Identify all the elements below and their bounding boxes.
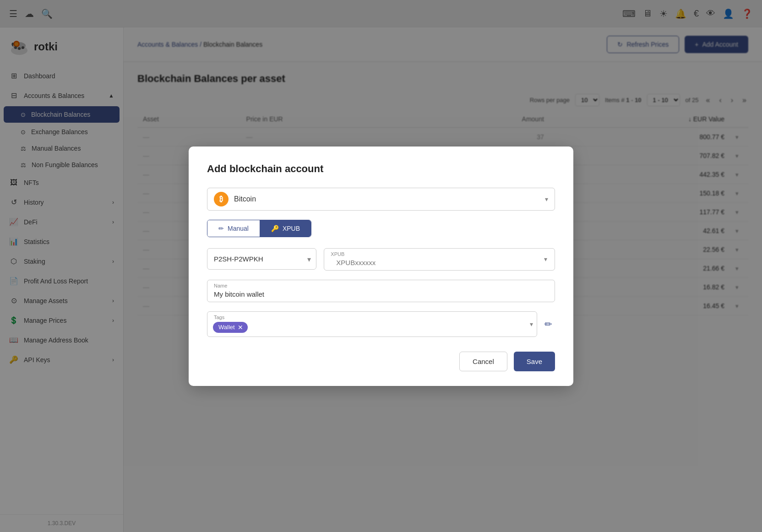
tag-wallet-chip: Wallet ✕ — [213, 322, 248, 333]
tags-row: Tags Wallet ✕ ▾ ✏ — [207, 311, 555, 337]
modal-title: Add blockchain account — [207, 163, 555, 175]
tags-dropdown-button[interactable]: ▾ — [530, 320, 533, 328]
name-field-label: Name — [214, 283, 227, 288]
blockchain-label: Bitcoin — [234, 195, 545, 203]
tag-wallet-label: Wallet — [218, 324, 235, 331]
tag-remove-button[interactable]: ✕ — [238, 324, 243, 331]
xpub-label: XPUB — [331, 251, 344, 257]
cancel-button[interactable]: Cancel — [459, 352, 507, 371]
edit-tag-button[interactable]: ✏ — [542, 316, 555, 332]
pencil-icon: ✏ — [218, 225, 224, 232]
save-button[interactable]: Save — [514, 352, 555, 371]
add-blockchain-modal: Add blockchain account ₿ Bitcoin ▾ ✏ Man… — [189, 147, 573, 386]
blockchain-dropdown-arrow: ▾ — [545, 195, 548, 203]
tab-xpub[interactable]: 🔑 XPUB — [260, 220, 311, 237]
tags-field-wrap[interactable]: Tags Wallet ✕ ▾ — [207, 311, 537, 337]
derivation-xpub-row: P2SH-P2WPKH P2WPKH P2PKH ▾ XPUB ▾ — [207, 248, 555, 271]
edit-pencil-icon: ✏ — [544, 319, 552, 329]
tags-label: Tags — [214, 315, 224, 320]
blockchain-selector[interactable]: ₿ Bitcoin ▾ — [207, 188, 555, 211]
xpub-input[interactable] — [330, 249, 542, 270]
name-input[interactable] — [207, 280, 555, 302]
input-method-tabs: ✏ Manual 🔑 XPUB — [207, 220, 311, 237]
modal-footer: Cancel Save — [207, 352, 555, 371]
modal-overlay[interactable]: Add blockchain account ₿ Bitcoin ▾ ✏ Man… — [0, 0, 762, 532]
xpub-dropdown-button[interactable]: ▾ — [542, 254, 549, 265]
derivation-type-select[interactable]: P2SH-P2WPKH P2WPKH P2PKH — [207, 248, 316, 270]
bitcoin-icon: ₿ — [214, 192, 229, 206]
xpub-field-wrap: XPUB ▾ — [324, 248, 555, 271]
tab-manual[interactable]: ✏ Manual — [207, 220, 260, 237]
name-field-wrap: Name — [207, 280, 555, 302]
derivation-type-wrap: P2SH-P2WPKH P2WPKH P2PKH ▾ — [207, 248, 316, 271]
key-icon: 🔑 — [271, 225, 279, 232]
